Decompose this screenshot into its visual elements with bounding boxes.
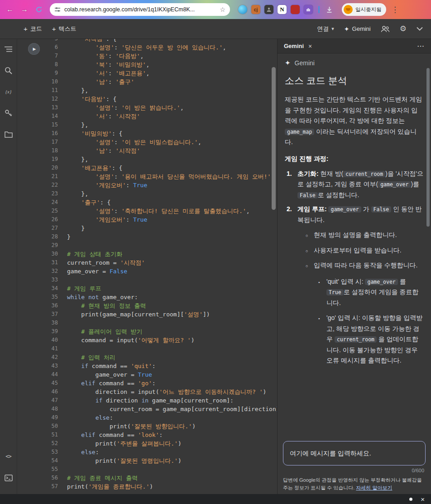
- more-options-icon[interactable]: ⋯: [417, 42, 425, 50]
- gemini-tab[interactable]: Gemini: [284, 43, 304, 49]
- run-cell-button[interactable]: ▶: [28, 43, 40, 55]
- code-line[interactable]: 21 '설명': '용이 배고파서 당신을 먹어버렸습니다. 게임 오버!',: [45, 172, 277, 181]
- code-line[interactable]: 11 },: [45, 86, 277, 95]
- code-line[interactable]: 39 # 플레이어 입력 받기: [45, 327, 277, 336]
- forward-icon[interactable]: →: [19, 4, 30, 15]
- search-icon[interactable]: [4, 66, 13, 75]
- table-of-contents-icon[interactable]: [4, 44, 13, 53]
- code-line[interactable]: 9 '서': '배고픈용',: [45, 69, 277, 78]
- variables-icon[interactable]: {x}: [4, 87, 13, 96]
- files-folder-icon[interactable]: [4, 130, 13, 139]
- code-line[interactable]: 56# 게임 종료 메시지 출력: [45, 474, 277, 482]
- close-tab-icon[interactable]: ×: [308, 43, 312, 50]
- code-line[interactable]: 23 },: [45, 189, 277, 198]
- secrets-key-icon[interactable]: [4, 108, 13, 117]
- line-number: 48: [45, 405, 67, 413]
- site-settings-icon[interactable]: [54, 6, 61, 13]
- code-line[interactable]: 48 current_room = game_map[current_room]…: [45, 405, 277, 413]
- code-line[interactable]: 49 else:: [45, 413, 277, 422]
- code-line[interactable]: 53 else:: [45, 448, 277, 456]
- code-line[interactable]: 52 print('주변을 살펴봅니다.'): [45, 439, 277, 448]
- extension-blue-icon[interactable]: [238, 5, 247, 14]
- code-line[interactable]: 25 '설명': '축하합니다! 당신은 미로를 탈출했습니다.',: [45, 207, 277, 215]
- extension-puzzle-icon[interactable]: [304, 5, 313, 14]
- code-line[interactable]: 29: [45, 241, 277, 250]
- code-line[interactable]: 30# 게임 상태 초기화: [45, 250, 277, 258]
- code-line[interactable]: 44 game_over = True: [45, 370, 277, 379]
- gemini-brand-row: ✦ Gemini: [285, 59, 424, 67]
- code-line[interactable]: 36 # 현재 방의 정보 출력: [45, 301, 277, 310]
- code-line[interactable]: 16 '비밀의방': {: [45, 129, 277, 138]
- code-line[interactable]: 55: [45, 465, 277, 474]
- code-line[interactable]: 46 direction = input('어느 방향으로 이동하시겠습니까? …: [45, 388, 277, 396]
- code-line[interactable]: 12 '다음방': {: [45, 95, 277, 103]
- code-line[interactable]: 50 print('잘못된 방향입니다.'): [45, 422, 277, 431]
- code-line[interactable]: 54 print('잘못된 명령입니다.'): [45, 456, 277, 465]
- refresh-icon[interactable]: [34, 4, 44, 15]
- extension-red-icon[interactable]: [291, 5, 300, 14]
- code-line[interactable]: 34# 게임 루프: [45, 284, 277, 293]
- extension-pin-divider-icon[interactable]: [318, 6, 320, 13]
- code-line[interactable]: 14 '서': '시작점': [45, 112, 277, 121]
- terminal-icon[interactable]: [4, 473, 13, 482]
- code-line[interactable]: 20 '배고픈용': {: [45, 164, 277, 172]
- code-line[interactable]: 13 '설명': '이 방은 밝습니다.',: [45, 103, 277, 112]
- back-icon[interactable]: ←: [5, 4, 15, 15]
- extension-orange-icon[interactable]: cj: [251, 5, 260, 14]
- code-line[interactable]: 15 },: [45, 121, 277, 129]
- code-line[interactable]: 57print('게임을 종료합니다.'): [45, 482, 277, 491]
- code-line[interactable]: 5 '시작점': {: [45, 39, 277, 43]
- add-code-button[interactable]: + 코드: [24, 25, 42, 33]
- collapse-header-icon[interactable]: [417, 27, 423, 31]
- browser-menu-icon[interactable]: ⋮: [390, 4, 401, 15]
- code-line[interactable]: 32game_over = False: [45, 267, 277, 276]
- gemini-button[interactable]: ✦ Gemini: [344, 25, 371, 33]
- settings-gear-icon[interactable]: ⚙: [400, 24, 407, 34]
- extension-notion-icon[interactable]: N: [278, 5, 287, 14]
- code-line[interactable]: 38: [45, 319, 277, 327]
- line-number: 46: [45, 388, 67, 396]
- panel-scrollbar[interactable]: [426, 68, 430, 227]
- code-line[interactable]: 17 '설명': '이 방은 비밀스럽습니다.',: [45, 138, 277, 146]
- code-line[interactable]: 40 command = input('어떻게 할까요? '): [45, 336, 277, 344]
- code-line[interactable]: 10 '남': '출구': [45, 78, 277, 86]
- code-area[interactable]: 5 '시작점': {6 '설명': '당신은 어두운 방 안에 있습니다.',7…: [45, 39, 277, 494]
- code-line[interactable]: 42 # 입력 처리: [45, 353, 277, 362]
- chevron-down-icon: ▾: [331, 26, 334, 32]
- code-line[interactable]: 6 '설명': '당신은 어두운 방 안에 있습니다.',: [45, 43, 277, 52]
- code-line[interactable]: 28}: [45, 233, 277, 241]
- extension-dark-icon[interactable]: [264, 5, 273, 14]
- connect-button[interactable]: 연결 ▾: [317, 25, 334, 33]
- code-line[interactable]: 51 elif command == 'look':: [45, 431, 277, 439]
- inline-code: game_over: [365, 279, 397, 285]
- code-line[interactable]: 37 print(game_map[current_room]['설명']): [45, 310, 277, 319]
- code-line[interactable]: 24 '출구': {: [45, 198, 277, 207]
- code-line[interactable]: 19 },: [45, 155, 277, 164]
- code-line[interactable]: 18 '남': '시작점': [45, 146, 277, 155]
- code-line[interactable]: 27 }: [45, 224, 277, 233]
- downloads-icon[interactable]: [325, 4, 334, 15]
- code-line[interactable]: 7 '동': '다음방',: [45, 52, 277, 60]
- code-line[interactable]: 45 elif command == 'go':: [45, 379, 277, 388]
- code-line[interactable]: 26 '게임오버': True: [45, 215, 277, 224]
- code-line[interactable]: 35while not game_over:: [45, 293, 277, 301]
- people-icon[interactable]: [381, 25, 390, 33]
- editor-scrollbar[interactable]: [272, 67, 276, 210]
- browser-chrome: ← → colab.research.google.com/drive/1q1I…: [0, 0, 431, 19]
- code-line[interactable]: 43 if command == 'quit':: [45, 362, 277, 370]
- code-line[interactable]: 47 if direction in game_map[current_room…: [45, 396, 277, 405]
- code-line[interactable]: 22 '게임오버': True: [45, 181, 277, 189]
- code-line[interactable]: 31current_room = '시작점': [45, 258, 277, 267]
- profile-chip[interactable]: 일시중지됨: [342, 3, 386, 16]
- code-line[interactable]: 41: [45, 344, 277, 353]
- add-text-button[interactable]: + 텍스트: [52, 25, 77, 33]
- learn-more-link[interactable]: 자세히 알아보기: [356, 485, 392, 490]
- message-input[interactable]: [283, 441, 426, 465]
- code-line[interactable]: 8 '북': '비밀의방',: [45, 60, 277, 69]
- close-bar-icon[interactable]: ×: [421, 496, 425, 503]
- code-snippets-icon[interactable]: <>: [4, 452, 13, 461]
- code-line[interactable]: 33: [45, 276, 277, 284]
- bookmark-star-icon[interactable]: ☆: [220, 6, 225, 13]
- line-number: 52: [45, 439, 67, 448]
- address-bar[interactable]: colab.research.google.com/drive/1q1IKXip…: [50, 3, 230, 16]
